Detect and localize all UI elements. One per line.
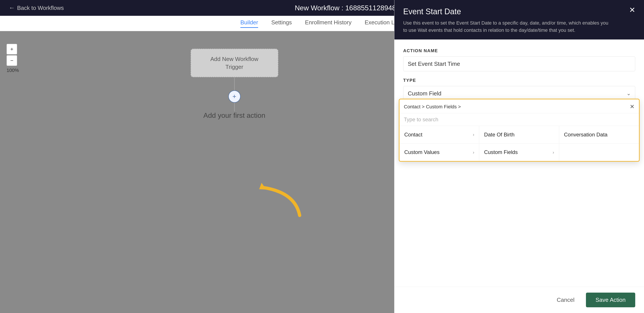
trigger-node-text: Add New WorkflowTrigger (210, 55, 258, 71)
panel-description: Use this event to set the Event Start Da… (403, 19, 614, 34)
dropdown-item-custom-fields[interactable]: Custom Fields › (479, 143, 559, 161)
dropdown-grid: Contact › Date Of Birth Conversation Dat… (400, 126, 639, 161)
chevron-right-icon: › (473, 132, 474, 137)
dropdown-item-conversation-data[interactable]: Conversation Data (559, 126, 639, 143)
connector-line-2 (234, 103, 235, 111)
dropdown-item-date-of-birth[interactable]: Date Of Birth (479, 126, 559, 143)
right-panel: Event Start Date Use this event to set t… (394, 0, 644, 313)
add-first-action-label: Add your first action (203, 111, 265, 120)
connector-line-1 (234, 77, 235, 90)
type-label: TYPE (403, 78, 635, 83)
add-action-button[interactable]: + (228, 90, 240, 103)
panel-close-button[interactable]: ✕ (629, 6, 635, 14)
tab-settings[interactable]: Settings (271, 19, 292, 28)
panel-header: Event Start Date Use this event to set t… (394, 0, 644, 40)
dropdown-breadcrumb: Contact > Custom Fields > ✕ (400, 99, 639, 113)
chevron-right-icon-2: › (473, 150, 474, 155)
action-name-label: ACTION NAME (403, 48, 635, 53)
tab-builder[interactable]: Builder (240, 19, 258, 28)
back-link-label: Back to Workflows (17, 5, 64, 12)
workflow-container: Add New WorkflowTrigger + Add your first… (191, 49, 278, 120)
cancel-button[interactable]: Cancel (551, 293, 581, 306)
dropdown-item-contact[interactable]: Contact › (400, 126, 479, 143)
zoom-controls: + − 100% (6, 44, 19, 73)
panel-header-content: Event Start Date Use this event to set t… (403, 7, 614, 34)
dropdown-item-custom-values[interactable]: Custom Values › (400, 143, 479, 161)
zoom-percentage: 100% (6, 68, 19, 73)
breadcrumb-sep1: > (422, 104, 425, 110)
dropdown-close-button[interactable]: ✕ (630, 103, 634, 110)
breadcrumb-custom-fields[interactable]: Custom Fields (426, 104, 457, 110)
dropdown-item-empty (559, 143, 639, 161)
panel-body: ACTION NAME TYPE Custom Field SELECT CUS… (394, 40, 644, 287)
back-to-workflows-link[interactable]: ← Back to Workflows (9, 5, 64, 12)
chevron-right-icon-3: › (553, 150, 554, 155)
back-arrow-icon: ← (9, 5, 15, 12)
breadcrumb-contact[interactable]: Contact (404, 104, 420, 110)
breadcrumb-sep2: > (458, 104, 461, 110)
tab-enrollment-history[interactable]: Enrollment History (305, 19, 352, 28)
zoom-out-button[interactable]: − (6, 55, 17, 66)
action-name-input[interactable] (403, 56, 635, 71)
trigger-node[interactable]: Add New WorkflowTrigger (191, 49, 278, 77)
save-action-button[interactable]: Save Action (586, 292, 635, 307)
custom-field-dropdown: Contact > Custom Fields > ✕ Contact › Da… (399, 99, 640, 162)
panel-title: Event Start Date (403, 7, 614, 16)
dropdown-search-input[interactable] (404, 117, 634, 123)
dropdown-search (400, 113, 639, 126)
zoom-in-button[interactable]: + (6, 44, 17, 54)
panel-footer: Cancel Save Action (394, 287, 644, 313)
